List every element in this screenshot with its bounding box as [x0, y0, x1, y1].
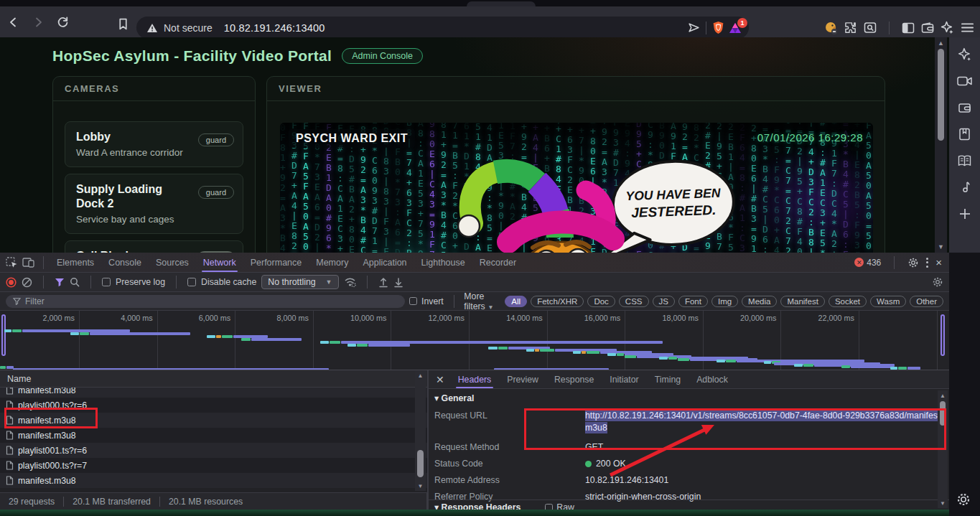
devtools-tab-application[interactable]: Application — [355, 253, 414, 272]
clear-network-log-icon[interactable] — [22, 277, 32, 288]
devtools-tab-recorder[interactable]: Recorder — [472, 253, 523, 272]
filter-chip-css[interactable]: CSS — [619, 296, 649, 307]
share-icon[interactable] — [688, 22, 700, 33]
wallet-icon[interactable] — [956, 99, 974, 116]
filter-chip-wasm[interactable]: Wasm — [870, 296, 906, 307]
filter-chip-fetch-xhr[interactable]: Fetch/XHR — [531, 296, 584, 307]
record-network-log-icon[interactable] — [6, 277, 17, 288]
reload-button[interactable] — [52, 11, 73, 33]
request-row[interactable]: playlist000.ts?r=7 — [0, 458, 427, 473]
sidebar-toggle-icon[interactable] — [902, 22, 915, 34]
filter-input[interactable]: Filter — [6, 295, 405, 308]
export-har-icon[interactable] — [393, 277, 403, 288]
network-settings-gear-icon[interactable] — [932, 276, 943, 288]
extensions-puzzle-icon[interactable] — [844, 22, 857, 34]
import-har-icon[interactable] — [378, 277, 388, 288]
back-button[interactable] — [3, 11, 24, 33]
scroll-up-arrow[interactable]: ▲ — [938, 391, 948, 400]
header-value[interactable]: 10.82.191.246:13401 — [585, 474, 946, 487]
header-value[interactable]: 200 OK — [585, 458, 946, 470]
address-bar[interactable]: Not secure 10.82.191.246:13400 1 — [136, 17, 749, 39]
request-list-scrollbar[interactable]: ▲ ▼ — [415, 371, 426, 491]
request-row[interactable]: manifest.m3u8 — [0, 428, 427, 443]
disable-cache-checkbox[interactable] — [187, 278, 196, 286]
leo-ai-sparkle-icon[interactable] — [941, 21, 954, 34]
toolbar-extensions — [823, 17, 974, 39]
scroll-down-arrow[interactable]: ▼ — [415, 482, 426, 491]
network-conditions-icon[interactable] — [344, 277, 356, 287]
filter-chip-socket[interactable]: Socket — [829, 296, 867, 307]
bookmark-icon[interactable] — [118, 18, 129, 30]
request-row[interactable]: playlist001.ts?r=6 — [0, 443, 427, 458]
leo-ai-icon[interactable] — [956, 46, 974, 63]
reading-list-icon[interactable] — [956, 152, 974, 169]
filter-chip-all[interactable]: All — [505, 296, 527, 307]
filter-funnel-icon[interactable] — [55, 278, 65, 287]
search-network-icon[interactable] — [70, 277, 80, 287]
details-tab-timing[interactable]: Timing — [647, 370, 689, 388]
devtools-tab-console[interactable]: Console — [101, 253, 149, 272]
request-row[interactable]: manifest.m3u8 — [0, 473, 427, 488]
forward-button[interactable] — [27, 11, 49, 33]
close-details-icon[interactable]: ✕ — [436, 374, 444, 385]
devtools-tab-lighthouse[interactable]: Lighthouse — [414, 253, 472, 272]
more-filters-button[interactable]: More filters ▼ — [464, 291, 495, 311]
sidebar-settings-gear-icon[interactable] — [956, 492, 971, 507]
device-toolbar-icon[interactable] — [22, 257, 34, 268]
filter-chip-manifest[interactable]: Manifest — [780, 296, 824, 307]
privacy-duck-icon[interactable] — [823, 21, 838, 35]
request-row[interactable]: manifest.m3u8 — [0, 388, 427, 398]
devtools-close-icon[interactable]: × — [935, 256, 942, 268]
menu-hamburger-icon[interactable] — [961, 22, 974, 33]
throttling-select[interactable]: No throttling ▼ — [261, 275, 338, 289]
details-tab-preview[interactable]: Preview — [499, 370, 546, 388]
filter-chip-doc[interactable]: Doc — [587, 296, 615, 307]
devtools-tab-performance[interactable]: Performance — [243, 253, 309, 272]
devtools-tab-sources[interactable]: Sources — [149, 253, 196, 272]
filter-chip-font[interactable]: Font — [678, 296, 708, 307]
scroll-down-arrow[interactable]: ▼ — [938, 499, 948, 507]
invert-checkbox[interactable] — [409, 297, 417, 305]
devtools-more-options-icon[interactable] — [926, 258, 928, 268]
scroll-up-arrow[interactable]: ▲ — [415, 371, 426, 380]
details-tab-headers[interactable]: Headers — [450, 370, 499, 388]
devtools-tab-memory[interactable]: Memory — [309, 253, 355, 272]
inspect-element-icon[interactable] — [6, 257, 18, 268]
details-tab-initiator[interactable]: Initiator — [602, 370, 646, 388]
video-call-icon[interactable] — [956, 72, 974, 90]
scroll-thumb[interactable] — [417, 450, 424, 477]
devtools-settings-gear-icon[interactable] — [907, 257, 919, 268]
browser-tab[interactable] — [467, 1, 536, 6]
details-tab-response[interactable]: Response — [546, 370, 602, 388]
add-panel-plus-icon[interactable] — [956, 205, 974, 222]
filter-chip-other[interactable]: Other — [910, 296, 943, 307]
page-scrollbar[interactable]: ▲ ▼ — [935, 37, 947, 253]
bookmarks-icon[interactable] — [956, 126, 974, 143]
filter-chip-js[interactable]: JS — [653, 296, 675, 307]
wallet-icon[interactable] — [921, 22, 934, 34]
camera-card[interactable]: LobbyWard A entrance corridorguard — [65, 121, 243, 167]
details-tab-adblock[interactable]: Adblock — [689, 370, 736, 388]
scroll-thumb[interactable] — [938, 49, 944, 141]
general-section-header[interactable]: ▾ General — [429, 390, 949, 406]
header-value[interactable]: strict-origin-when-cross-origin — [585, 491, 946, 503]
divider — [43, 256, 44, 269]
devtools-tab-elements[interactable]: Elements — [50, 253, 101, 272]
name-column-header[interactable]: Name — [0, 370, 427, 388]
preserve-log-checkbox[interactable] — [102, 278, 111, 286]
devtools-tab-network[interactable]: Network — [196, 253, 243, 272]
filter-chip-media[interactable]: Media — [742, 296, 777, 307]
camera-card[interactable]: Supply Loading Dock 2Service bay and cag… — [65, 174, 243, 234]
brave-rewards-icon[interactable]: 1 — [729, 22, 742, 34]
scroll-down-arrow[interactable]: ▼ — [935, 242, 947, 252]
timeline-range-handle-right[interactable] — [941, 314, 945, 356]
network-overview-timeline[interactable]: 2,000 ms4,000 ms6,000 ms8,000 ms10,000 m… — [0, 311, 949, 370]
timeline-range-handle-left[interactable] — [1, 314, 6, 356]
filter-chip-img[interactable]: Img — [711, 296, 738, 307]
search-tabs-icon[interactable] — [864, 22, 877, 34]
divider — [894, 256, 895, 269]
scroll-up-arrow[interactable]: ▲ — [935, 38, 947, 48]
playlist-music-icon[interactable] — [956, 179, 974, 196]
brave-shield-icon[interactable] — [712, 21, 724, 34]
error-count-badge[interactable]: ✕436 — [854, 258, 881, 268]
